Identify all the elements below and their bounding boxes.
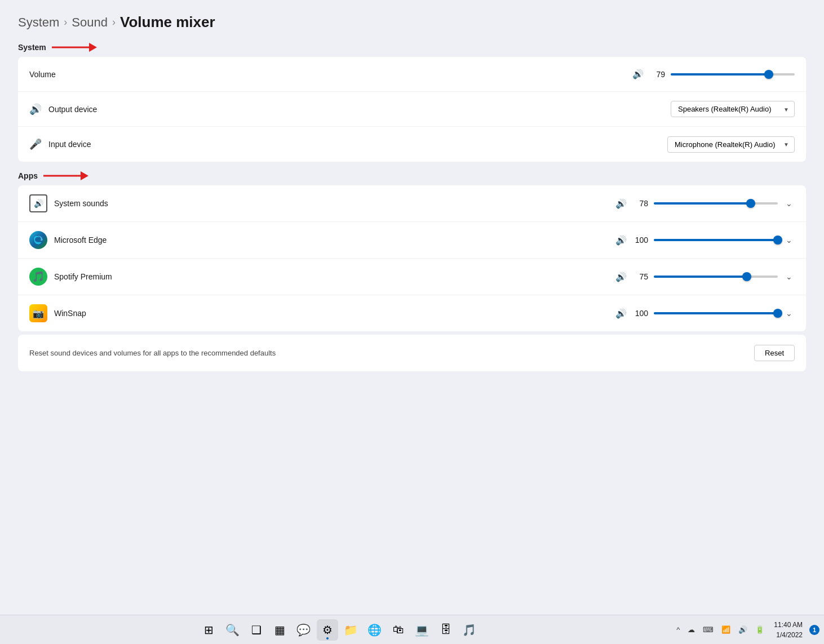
system-section-label: System bbox=[18, 42, 806, 52]
breadcrumb-sep1: › bbox=[64, 16, 67, 28]
breadcrumb: System › Sound › Volume mixer bbox=[18, 14, 806, 31]
app-name-1: Microsoft Edge bbox=[54, 236, 107, 245]
app-slider-track-1 bbox=[654, 239, 778, 241]
breadcrumb-sound[interactable]: Sound bbox=[72, 15, 108, 30]
clock-time: 11:40 AM bbox=[774, 620, 803, 630]
app-controls-2: 🔊75⌄ bbox=[615, 270, 795, 283]
app-label-2: 🎵Spotify Premium bbox=[29, 268, 112, 286]
app-vol-icon-3: 🔊 bbox=[615, 308, 627, 319]
volume-slider[interactable] bbox=[671, 69, 795, 80]
app-row-1: Microsoft Edge🔊100⌄ bbox=[18, 222, 806, 259]
output-device-dropdown-wrapper: Speakers (Realtek(R) Audio) HDMI Audio U… bbox=[671, 101, 795, 117]
settings-icon[interactable]: ⚙ bbox=[317, 619, 338, 641]
breadcrumb-sep2: › bbox=[112, 16, 116, 28]
app-controls-1: 🔊100⌄ bbox=[615, 233, 795, 247]
app-expand-button-0[interactable]: ⌄ bbox=[783, 197, 795, 210]
volume-label: Volume bbox=[29, 70, 108, 79]
clock-date: 1/4/2022 bbox=[774, 630, 803, 640]
app-slider-fill-1 bbox=[654, 239, 778, 241]
reset-button[interactable]: Reset bbox=[754, 345, 795, 361]
tray-wifi-icon[interactable]: 📶 bbox=[719, 624, 733, 636]
apps-arrow bbox=[43, 171, 88, 181]
app-slider-0[interactable] bbox=[654, 198, 778, 209]
explorer-icon[interactable]: 📁 bbox=[340, 619, 362, 641]
start-icon[interactable]: ⊞ bbox=[198, 619, 220, 641]
search-icon[interactable]: 🔍 bbox=[222, 619, 243, 641]
system-section: System Volume 🔊 79 bbox=[18, 42, 806, 162]
tray-cloud-icon[interactable]: ☁ bbox=[685, 624, 698, 636]
app-slider-fill-2 bbox=[654, 276, 747, 278]
app-label-1: Microsoft Edge bbox=[29, 231, 108, 249]
spotify-icon: 🎵 bbox=[29, 268, 47, 286]
volume-speaker-icon: 🔊 bbox=[632, 69, 644, 79]
app-name-3: WinSnap bbox=[54, 309, 86, 318]
app-name-0: System sounds bbox=[54, 199, 108, 208]
app-expand-button-1[interactable]: ⌄ bbox=[783, 233, 795, 247]
output-device-row: 🔊 Output device Speakers (Realtek(R) Aud… bbox=[18, 92, 806, 127]
volume-thumb[interactable] bbox=[764, 70, 773, 79]
clock-block[interactable]: 11:40 AM 1/4/2022 bbox=[770, 619, 806, 641]
app-slider-3[interactable] bbox=[654, 308, 778, 319]
app-vol-icon-1: 🔊 bbox=[615, 235, 627, 246]
tray-volume-icon[interactable]: 🔊 bbox=[736, 624, 750, 636]
tray-battery-icon[interactable]: 🔋 bbox=[752, 624, 767, 636]
app-vol-value-2: 75 bbox=[632, 272, 648, 281]
volume-track bbox=[671, 73, 795, 75]
teams-icon[interactable]: 💬 bbox=[293, 619, 314, 641]
tray-chevron-icon[interactable]: ^ bbox=[674, 624, 683, 636]
volume-controls: 🔊 79 bbox=[632, 69, 795, 80]
app-slider-thumb-3[interactable] bbox=[773, 309, 782, 318]
app-controls-3: 🔊100⌄ bbox=[615, 307, 795, 320]
app-vol-value-3: 100 bbox=[632, 309, 648, 318]
spotify-taskbar-icon[interactable]: 🎵 bbox=[459, 619, 480, 641]
app-label-0: 🔊System sounds bbox=[29, 194, 108, 212]
system-sounds-icon: 🔊 bbox=[29, 194, 47, 212]
app-vol-value-1: 100 bbox=[632, 236, 648, 245]
system-card: Volume 🔊 79 🔊 Output d bbox=[18, 57, 806, 162]
app-slider-thumb-0[interactable] bbox=[746, 199, 755, 208]
apps-section-label: Apps bbox=[18, 171, 806, 181]
output-device-label: 🔊 Output device bbox=[29, 103, 108, 116]
app-slider-2[interactable] bbox=[654, 271, 778, 282]
output-device-dropdown[interactable]: Speakers (Realtek(R) Audio) HDMI Audio U… bbox=[671, 101, 795, 117]
app-row-0: 🔊System sounds🔊78⌄ bbox=[18, 185, 806, 222]
widgets-icon[interactable]: ▦ bbox=[269, 619, 291, 641]
input-device-row: 🎤 Input device Microphone (Realtek(R) Au… bbox=[18, 127, 806, 162]
edge-icon bbox=[29, 231, 47, 249]
app-slider-thumb-2[interactable] bbox=[742, 272, 751, 281]
app-row-3: 📷WinSnap🔊100⌄ bbox=[18, 295, 806, 331]
app-expand-button-2[interactable]: ⌄ bbox=[783, 270, 795, 283]
tray-icons: ^ ☁ ⌨ 📶 🔊 🔋 bbox=[674, 624, 767, 636]
app-slider-1[interactable] bbox=[654, 234, 778, 246]
notification-badge[interactable]: 1 bbox=[809, 625, 819, 635]
breadcrumb-current: Volume mixer bbox=[120, 14, 215, 31]
app-slider-track-0 bbox=[654, 202, 778, 205]
app-slider-thumb-1[interactable] bbox=[773, 236, 782, 245]
breadcrumb-system[interactable]: System bbox=[18, 15, 59, 30]
app-expand-button-3[interactable]: ⌄ bbox=[783, 307, 795, 320]
input-device-dropdown-wrapper: Microphone (Realtek(R) Audio) Line In US… bbox=[667, 136, 795, 153]
input-device-dropdown[interactable]: Microphone (Realtek(R) Audio) Line In US… bbox=[667, 136, 795, 153]
taskbar-tray: ^ ☁ ⌨ 📶 🔊 🔋 11:40 AM 1/4/2022 1 bbox=[674, 619, 819, 641]
app-vol-value-0: 78 bbox=[632, 199, 648, 208]
dell-icon[interactable]: 💻 bbox=[411, 619, 433, 641]
input-device-label: 🎤 Input device bbox=[29, 138, 108, 150]
winsnap-icon: 📷 bbox=[29, 304, 47, 322]
app-controls-0: 🔊78⌄ bbox=[615, 197, 795, 210]
output-speaker-icon: 🔊 bbox=[29, 103, 42, 116]
volume-fill bbox=[671, 73, 769, 75]
store-icon[interactable]: 🛍 bbox=[388, 619, 409, 641]
volume-row: Volume 🔊 79 bbox=[18, 57, 806, 92]
tray-keyboard-icon[interactable]: ⌨ bbox=[700, 624, 716, 636]
output-device-controls: Speakers (Realtek(R) Audio) HDMI Audio U… bbox=[671, 101, 795, 117]
db-icon[interactable]: 🗄 bbox=[435, 619, 457, 641]
taskbar-icons: ⊞🔍❑▦💬⚙📁🌐🛍💻🗄🎵 bbox=[5, 619, 674, 641]
edge-taskbar-icon[interactable]: 🌐 bbox=[364, 619, 386, 641]
app-slider-fill-3 bbox=[654, 312, 778, 314]
task-view-icon[interactable]: ❑ bbox=[246, 619, 267, 641]
app-vol-icon-0: 🔊 bbox=[615, 198, 627, 209]
app-label-3: 📷WinSnap bbox=[29, 304, 108, 322]
reset-row: Reset sound devices and volumes for all … bbox=[18, 335, 806, 371]
app-vol-icon-2: 🔊 bbox=[615, 272, 627, 282]
apps-card: 🔊System sounds🔊78⌄Microsoft Edge🔊100⌄🎵Sp… bbox=[18, 185, 806, 331]
